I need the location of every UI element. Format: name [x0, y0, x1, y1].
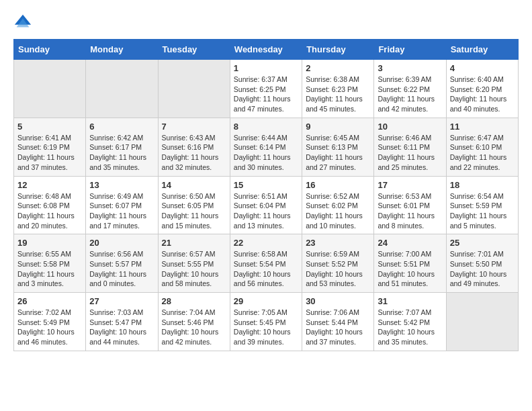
- day-number: 29: [234, 296, 298, 306]
- day-number: 7: [162, 122, 226, 132]
- day-number: 9: [306, 122, 370, 132]
- day-info: Sunrise: 6:42 AM Sunset: 6:17 PM Dayligh…: [89, 133, 154, 173]
- day-info: Sunrise: 6:52 AM Sunset: 6:02 PM Dayligh…: [306, 191, 370, 231]
- day-info: Sunrise: 7:00 AM Sunset: 5:51 PM Dayligh…: [378, 249, 442, 289]
- calendar-cell: 30Sunrise: 7:06 AM Sunset: 5:44 PM Dayli…: [302, 293, 374, 351]
- day-info: Sunrise: 7:02 AM Sunset: 5:49 PM Dayligh…: [17, 308, 82, 347]
- calendar-cell: [158, 60, 230, 118]
- calendar-cell: 9Sunrise: 6:45 AM Sunset: 6:13 PM Daylig…: [302, 118, 374, 176]
- calendar-cell: 27Sunrise: 7:03 AM Sunset: 5:47 PM Dayli…: [86, 293, 158, 351]
- day-number: 10: [378, 122, 442, 132]
- day-info: Sunrise: 6:45 AM Sunset: 6:13 PM Dayligh…: [306, 133, 370, 173]
- day-number: 14: [162, 180, 226, 190]
- calendar-cell: 8Sunrise: 6:44 AM Sunset: 6:14 PM Daylig…: [230, 118, 302, 176]
- day-number: 26: [17, 296, 82, 306]
- day-info: Sunrise: 7:07 AM Sunset: 5:42 PM Dayligh…: [378, 308, 442, 347]
- day-number: 16: [306, 180, 370, 190]
- page-header: [13, 13, 519, 32]
- day-number: 8: [234, 122, 298, 132]
- day-info: Sunrise: 6:59 AM Sunset: 5:52 PM Dayligh…: [306, 249, 370, 289]
- day-header-friday: Friday: [374, 40, 446, 60]
- day-info: Sunrise: 6:47 AM Sunset: 6:10 PM Dayligh…: [450, 133, 515, 173]
- calendar-cell: 3Sunrise: 6:39 AM Sunset: 6:22 PM Daylig…: [374, 60, 446, 118]
- day-number: 12: [17, 180, 82, 190]
- day-number: 23: [306, 238, 370, 248]
- day-number: 21: [162, 238, 226, 248]
- day-header-sunday: Sunday: [14, 40, 86, 60]
- calendar-cell: 11Sunrise: 6:47 AM Sunset: 6:10 PM Dayli…: [446, 118, 518, 176]
- day-number: 30: [306, 296, 370, 306]
- day-header-wednesday: Wednesday: [230, 40, 302, 60]
- day-info: Sunrise: 6:56 AM Sunset: 5:57 PM Dayligh…: [89, 249, 154, 289]
- logo-icon: [13, 13, 32, 32]
- day-info: Sunrise: 6:37 AM Sunset: 6:25 PM Dayligh…: [234, 75, 298, 114]
- calendar-cell: 29Sunrise: 7:05 AM Sunset: 5:45 PM Dayli…: [230, 293, 302, 351]
- day-info: Sunrise: 6:43 AM Sunset: 6:16 PM Dayligh…: [162, 133, 226, 173]
- calendar-cell: 19Sunrise: 6:55 AM Sunset: 5:58 PM Dayli…: [14, 234, 86, 293]
- day-number: 5: [17, 122, 82, 132]
- calendar-cell: 22Sunrise: 6:58 AM Sunset: 5:54 PM Dayli…: [230, 234, 302, 293]
- day-header-monday: Monday: [86, 40, 158, 60]
- day-number: 22: [234, 238, 298, 248]
- day-info: Sunrise: 6:51 AM Sunset: 6:04 PM Dayligh…: [234, 191, 298, 231]
- calendar-cell: 10Sunrise: 6:46 AM Sunset: 6:11 PM Dayli…: [374, 118, 446, 176]
- day-number: 17: [378, 180, 442, 190]
- header-row: SundayMondayTuesdayWednesdayThursdayFrid…: [14, 40, 519, 60]
- day-number: 27: [89, 296, 154, 306]
- day-info: Sunrise: 6:44 AM Sunset: 6:14 PM Dayligh…: [234, 133, 298, 173]
- day-info: Sunrise: 6:46 AM Sunset: 6:11 PM Dayligh…: [378, 133, 442, 173]
- logo: [13, 13, 35, 32]
- calendar-cell: [86, 60, 158, 118]
- day-info: Sunrise: 7:03 AM Sunset: 5:47 PM Dayligh…: [89, 308, 154, 347]
- day-number: 24: [378, 238, 442, 248]
- calendar-cell: 4Sunrise: 6:40 AM Sunset: 6:20 PM Daylig…: [446, 60, 518, 118]
- day-number: 31: [378, 296, 442, 306]
- day-number: 6: [89, 122, 154, 132]
- day-info: Sunrise: 6:50 AM Sunset: 6:05 PM Dayligh…: [162, 191, 226, 231]
- day-info: Sunrise: 6:57 AM Sunset: 5:55 PM Dayligh…: [162, 249, 226, 289]
- calendar-cell: 12Sunrise: 6:48 AM Sunset: 6:08 PM Dayli…: [14, 176, 86, 234]
- day-header-tuesday: Tuesday: [158, 40, 230, 60]
- calendar-cell: 28Sunrise: 7:04 AM Sunset: 5:46 PM Dayli…: [158, 293, 230, 351]
- week-row-5: 26Sunrise: 7:02 AM Sunset: 5:49 PM Dayli…: [14, 293, 519, 351]
- day-info: Sunrise: 7:01 AM Sunset: 5:50 PM Dayligh…: [450, 249, 515, 289]
- calendar-cell: 2Sunrise: 6:38 AM Sunset: 6:23 PM Daylig…: [302, 60, 374, 118]
- day-info: Sunrise: 7:06 AM Sunset: 5:44 PM Dayligh…: [306, 308, 370, 347]
- week-row-2: 5Sunrise: 6:41 AM Sunset: 6:19 PM Daylig…: [14, 118, 519, 176]
- day-header-saturday: Saturday: [446, 40, 518, 60]
- day-number: 15: [234, 180, 298, 190]
- calendar-cell: [446, 293, 518, 351]
- day-number: 28: [162, 296, 226, 306]
- calendar-cell: 18Sunrise: 6:54 AM Sunset: 5:59 PM Dayli…: [446, 176, 518, 234]
- day-info: Sunrise: 6:58 AM Sunset: 5:54 PM Dayligh…: [234, 249, 298, 289]
- day-info: Sunrise: 7:05 AM Sunset: 5:45 PM Dayligh…: [234, 308, 298, 347]
- day-number: 3: [378, 63, 442, 73]
- calendar-cell: 14Sunrise: 6:50 AM Sunset: 6:05 PM Dayli…: [158, 176, 230, 234]
- calendar-cell: 6Sunrise: 6:42 AM Sunset: 6:17 PM Daylig…: [86, 118, 158, 176]
- day-header-thursday: Thursday: [302, 40, 374, 60]
- calendar-cell: 16Sunrise: 6:52 AM Sunset: 6:02 PM Dayli…: [302, 176, 374, 234]
- day-info: Sunrise: 6:38 AM Sunset: 6:23 PM Dayligh…: [306, 75, 370, 114]
- day-number: 2: [306, 63, 370, 73]
- calendar-cell: 20Sunrise: 6:56 AM Sunset: 5:57 PM Dayli…: [86, 234, 158, 293]
- day-info: Sunrise: 6:54 AM Sunset: 5:59 PM Dayligh…: [450, 191, 515, 231]
- day-number: 25: [450, 238, 515, 248]
- calendar-cell: 15Sunrise: 6:51 AM Sunset: 6:04 PM Dayli…: [230, 176, 302, 234]
- calendar-cell: 13Sunrise: 6:49 AM Sunset: 6:07 PM Dayli…: [86, 176, 158, 234]
- calendar-table: SundayMondayTuesdayWednesdayThursdayFrid…: [13, 39, 519, 351]
- day-info: Sunrise: 6:53 AM Sunset: 6:01 PM Dayligh…: [378, 191, 442, 231]
- calendar-cell: [14, 60, 86, 118]
- calendar-cell: 21Sunrise: 6:57 AM Sunset: 5:55 PM Dayli…: [158, 234, 230, 293]
- calendar-cell: 23Sunrise: 6:59 AM Sunset: 5:52 PM Dayli…: [302, 234, 374, 293]
- day-number: 20: [89, 238, 154, 248]
- day-info: Sunrise: 6:39 AM Sunset: 6:22 PM Dayligh…: [378, 75, 442, 114]
- week-row-4: 19Sunrise: 6:55 AM Sunset: 5:58 PM Dayli…: [14, 234, 519, 293]
- day-info: Sunrise: 6:40 AM Sunset: 6:20 PM Dayligh…: [450, 75, 515, 114]
- week-row-3: 12Sunrise: 6:48 AM Sunset: 6:08 PM Dayli…: [14, 176, 519, 234]
- day-info: Sunrise: 6:49 AM Sunset: 6:07 PM Dayligh…: [89, 191, 154, 231]
- day-info: Sunrise: 6:48 AM Sunset: 6:08 PM Dayligh…: [17, 191, 82, 231]
- day-info: Sunrise: 6:41 AM Sunset: 6:19 PM Dayligh…: [17, 133, 82, 173]
- day-number: 4: [450, 63, 515, 73]
- day-number: 1: [234, 63, 298, 73]
- day-info: Sunrise: 6:55 AM Sunset: 5:58 PM Dayligh…: [17, 249, 82, 289]
